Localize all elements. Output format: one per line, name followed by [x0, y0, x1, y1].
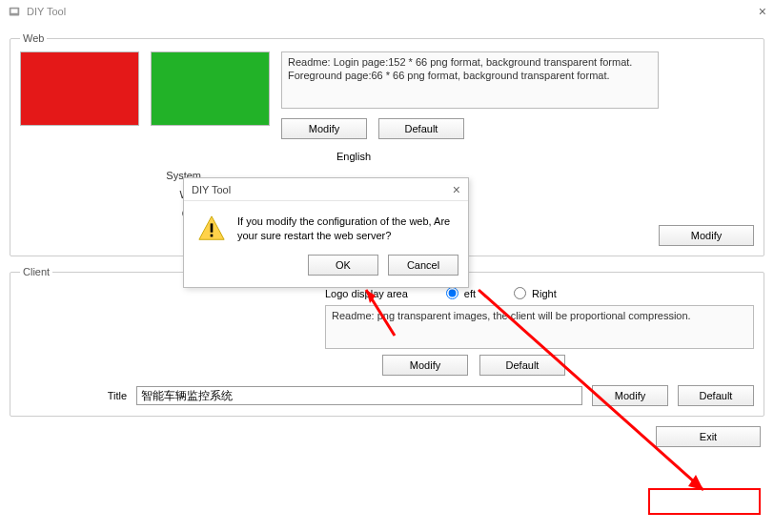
warning-icon [197, 215, 226, 243]
exit-button[interactable]: Exit [656, 426, 761, 447]
window-title: DIY Tool [27, 6, 66, 17]
web-modify2-button[interactable]: Modify [659, 225, 754, 246]
dialog-cancel-button[interactable]: Cancel [388, 255, 458, 276]
web-default-button[interactable]: Default [378, 118, 464, 139]
client-readme-box: Readme: png transparent images, the clie… [325, 305, 754, 349]
web-modify-button[interactable]: Modify [281, 118, 367, 139]
dialog-message: If you modify the configuration of the w… [237, 215, 455, 243]
web-readme-line1: Readme: Login page:152 * 66 png format, … [288, 56, 652, 70]
title-default-button[interactable]: Default [678, 385, 754, 406]
dialog-title: DIY Tool [192, 184, 231, 195]
radio-left-label: eft [464, 288, 476, 299]
client-readme-text: Readme: png transparent images, the clie… [332, 310, 691, 321]
radio-right-input[interactable] [514, 287, 526, 299]
annotation-exit-highlight [648, 488, 761, 515]
dialog-ok-button[interactable]: OK [308, 255, 378, 276]
client-legend: Client [20, 266, 52, 277]
client-modify-button[interactable]: Modify [382, 355, 468, 376]
client-group: Client Logo display area eft Right Readm… [10, 266, 764, 417]
radio-left-input[interactable] [446, 287, 458, 299]
login-page-swatch[interactable] [20, 51, 139, 126]
svg-rect-1 [11, 9, 18, 12]
title-input[interactable] [136, 386, 582, 405]
client-default-button[interactable]: Default [479, 355, 565, 376]
radio-right-label: Right [532, 288, 557, 299]
radio-right[interactable]: Right [514, 287, 557, 299]
web-readme-line2: Foreground page:66 * 66 png format, back… [288, 70, 652, 83]
web-legend: Web [20, 32, 47, 44]
svg-rect-4 [211, 235, 214, 237]
foreground-page-swatch[interactable] [151, 51, 270, 126]
language-header: English [211, 151, 497, 162]
confirm-dialog: DIY Tool × If you modify the configurati… [183, 177, 469, 288]
web-label: Web [20, 189, 211, 200]
cop-label: Cop [20, 208, 211, 219]
app-icon [8, 5, 21, 18]
window-titlebar: DIY Tool × [0, 0, 774, 23]
web-readme: Readme: Login page:152 * 66 png format, … [281, 51, 659, 109]
window-close-button[interactable]: × [759, 4, 766, 19]
radio-left[interactable]: eft [446, 287, 476, 299]
logo-display-label: Logo display area [325, 288, 408, 299]
svg-rect-3 [211, 223, 214, 232]
title-modify-button[interactable]: Modify [592, 385, 668, 406]
system-label: System [20, 170, 211, 181]
title-label: Title [20, 390, 127, 401]
dialog-close-button[interactable]: × [453, 182, 460, 197]
